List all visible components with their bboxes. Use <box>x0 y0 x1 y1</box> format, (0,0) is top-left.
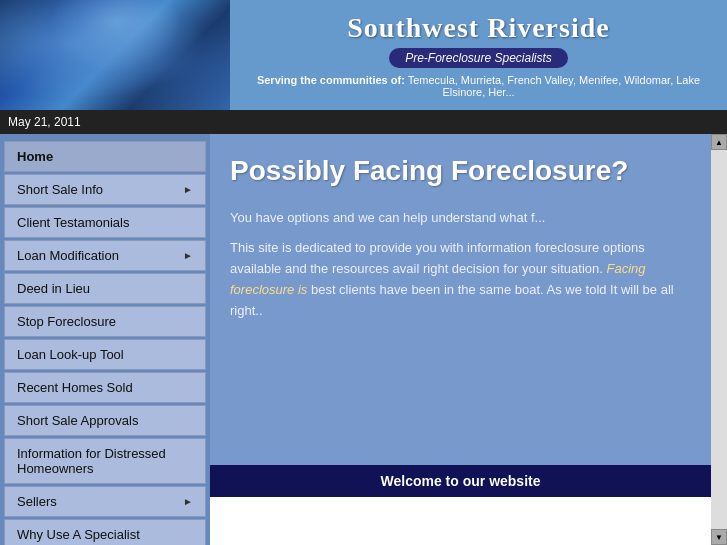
header-right: Southwest Riverside Pre-Foreclosure Spec… <box>230 0 727 110</box>
vertical-scrollbar[interactable]: ▲ ▼ <box>711 134 727 545</box>
sidebar-item-short-sale-approvals[interactable]: Short Sale Approvals <box>4 405 206 436</box>
chevron-right-icon: ► <box>183 496 193 507</box>
sidebar-item-label: Loan Look-up Tool <box>17 347 124 362</box>
body-paragraph: This site is dedicated to provide you wi… <box>230 238 691 321</box>
welcome-body <box>210 497 711 545</box>
chevron-right-icon: ► <box>183 184 193 195</box>
sidebar-item-label: Loan Modification <box>17 248 119 263</box>
sidebar-item-label: Why Use A Specialist <box>17 527 140 542</box>
date-bar: May 21, 2011 <box>0 110 727 134</box>
header: Southwest Riverside Pre-Foreclosure Spec… <box>0 0 727 110</box>
welcome-header: Welcome to our website <box>210 465 711 497</box>
sidebar-item-label: Stop Foreclosure <box>17 314 116 329</box>
sidebar-item-label: Sellers <box>17 494 57 509</box>
serving-text: Serving the communities of: Temecula, Mu… <box>240 74 717 98</box>
sidebar-item-why-specialist[interactable]: Why Use A Specialist <box>4 519 206 545</box>
sidebar-item-label: Deed in Lieu <box>17 281 90 296</box>
scroll-down-button[interactable]: ▼ <box>711 529 727 545</box>
intro-text: You have options and we can help underst… <box>230 210 545 225</box>
main-content: Possibly Facing Foreclosure? You have op… <box>210 134 711 545</box>
sidebar-item-home[interactable]: Home <box>4 141 206 172</box>
sidebar-item-label: Recent Homes Sold <box>17 380 133 395</box>
body-text-start: This site is dedicated to provide you wi… <box>230 240 645 276</box>
welcome-box: Welcome to our website <box>210 465 711 545</box>
scroll-up-button[interactable]: ▲ <box>711 134 727 150</box>
sidebar-item-label: Client Testamonials <box>17 215 129 230</box>
sidebar-item-deed-in-lieu[interactable]: Deed in Lieu <box>4 273 206 304</box>
header-image <box>0 0 230 110</box>
page-heading: Possibly Facing Foreclosure? <box>230 154 691 188</box>
date-text: May 21, 2011 <box>8 115 81 129</box>
chevron-right-icon: ► <box>183 250 193 261</box>
intro-paragraph: You have options and we can help underst… <box>230 208 691 229</box>
sidebar-item-loan-modification[interactable]: Loan Modification ► <box>4 240 206 271</box>
sidebar-item-client-testamonials[interactable]: Client Testamonials <box>4 207 206 238</box>
serving-communities: Temecula, Murrieta, French Valley, Menif… <box>408 74 700 98</box>
sidebar-item-info-distressed[interactable]: Information for Distressed Homeowners <box>4 438 206 484</box>
scroll-track[interactable] <box>711 150 727 529</box>
sidebar-item-loan-lookup[interactable]: Loan Look-up Tool <box>4 339 206 370</box>
sidebar-item-sellers[interactable]: Sellers ► <box>4 486 206 517</box>
sidebar-item-label: Short Sale Info <box>17 182 103 197</box>
pre-foreclosure-badge: Pre-Foreclosure Specialists <box>389 48 568 68</box>
sidebar-item-recent-homes-sold[interactable]: Recent Homes Sold <box>4 372 206 403</box>
serving-label: Serving the communities of: <box>257 74 405 86</box>
sidebar-item-short-sale-info[interactable]: Short Sale Info ► <box>4 174 206 205</box>
sidebar-item-stop-foreclosure[interactable]: Stop Foreclosure <box>4 306 206 337</box>
sidebar-item-label: Short Sale Approvals <box>17 413 138 428</box>
sidebar-item-label: Home <box>17 149 53 164</box>
main-area: Home Short Sale Info ► Client Testamonia… <box>0 134 727 545</box>
site-title: Southwest Riverside <box>347 12 609 44</box>
sidebar-item-label: Information for Distressed Homeowners <box>17 446 193 476</box>
sidebar: Home Short Sale Info ► Client Testamonia… <box>0 134 210 545</box>
